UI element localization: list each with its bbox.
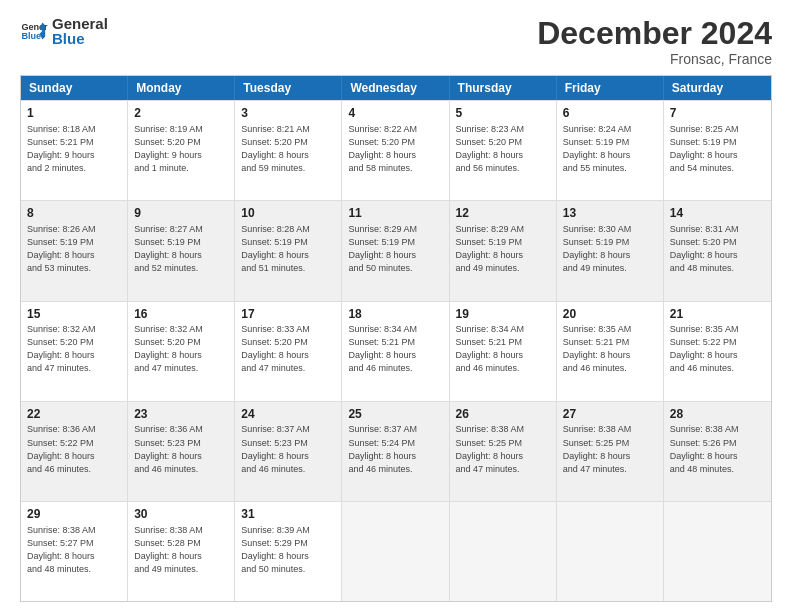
day-info: Sunrise: 8:38 AM Sunset: 5:27 PM Dayligh… (27, 524, 121, 576)
svg-text:Blue: Blue (21, 31, 41, 41)
calendar-cell: 14Sunrise: 8:31 AM Sunset: 5:20 PM Dayli… (664, 201, 771, 300)
day-number: 20 (563, 306, 657, 323)
calendar-cell: 30Sunrise: 8:38 AM Sunset: 5:28 PM Dayli… (128, 502, 235, 601)
day-info: Sunrise: 8:35 AM Sunset: 5:22 PM Dayligh… (670, 323, 765, 375)
day-number: 7 (670, 105, 765, 122)
calendar-cell: 20Sunrise: 8:35 AM Sunset: 5:21 PM Dayli… (557, 302, 664, 401)
header: General Blue General Blue December 2024 … (20, 16, 772, 67)
day-number: 3 (241, 105, 335, 122)
calendar-cell: 22Sunrise: 8:36 AM Sunset: 5:22 PM Dayli… (21, 402, 128, 501)
calendar-body: 1Sunrise: 8:18 AM Sunset: 5:21 PM Daylig… (21, 100, 771, 601)
calendar-cell: 19Sunrise: 8:34 AM Sunset: 5:21 PM Dayli… (450, 302, 557, 401)
day-number: 24 (241, 406, 335, 423)
day-number: 30 (134, 506, 228, 523)
day-info: Sunrise: 8:26 AM Sunset: 5:19 PM Dayligh… (27, 223, 121, 275)
day-info: Sunrise: 8:34 AM Sunset: 5:21 PM Dayligh… (348, 323, 442, 375)
day-number: 8 (27, 205, 121, 222)
day-info: Sunrise: 8:34 AM Sunset: 5:21 PM Dayligh… (456, 323, 550, 375)
day-number: 18 (348, 306, 442, 323)
calendar-cell (557, 502, 664, 601)
day-info: Sunrise: 8:38 AM Sunset: 5:25 PM Dayligh… (563, 423, 657, 475)
title-block: December 2024 Fronsac, France (537, 16, 772, 67)
day-info: Sunrise: 8:24 AM Sunset: 5:19 PM Dayligh… (563, 123, 657, 175)
day-info: Sunrise: 8:27 AM Sunset: 5:19 PM Dayligh… (134, 223, 228, 275)
day-number: 4 (348, 105, 442, 122)
day-number: 29 (27, 506, 121, 523)
day-number: 13 (563, 205, 657, 222)
calendar-cell: 6Sunrise: 8:24 AM Sunset: 5:19 PM Daylig… (557, 101, 664, 200)
day-number: 5 (456, 105, 550, 122)
day-info: Sunrise: 8:22 AM Sunset: 5:20 PM Dayligh… (348, 123, 442, 175)
calendar-cell: 10Sunrise: 8:28 AM Sunset: 5:19 PM Dayli… (235, 201, 342, 300)
calendar-cell: 26Sunrise: 8:38 AM Sunset: 5:25 PM Dayli… (450, 402, 557, 501)
day-info: Sunrise: 8:30 AM Sunset: 5:19 PM Dayligh… (563, 223, 657, 275)
calendar-cell: 18Sunrise: 8:34 AM Sunset: 5:21 PM Dayli… (342, 302, 449, 401)
header-day-thursday: Thursday (450, 76, 557, 100)
calendar-cell (664, 502, 771, 601)
calendar-cell: 7Sunrise: 8:25 AM Sunset: 5:19 PM Daylig… (664, 101, 771, 200)
calendar-cell: 23Sunrise: 8:36 AM Sunset: 5:23 PM Dayli… (128, 402, 235, 501)
day-info: Sunrise: 8:33 AM Sunset: 5:20 PM Dayligh… (241, 323, 335, 375)
calendar-row-3: 15Sunrise: 8:32 AM Sunset: 5:20 PM Dayli… (21, 301, 771, 401)
day-info: Sunrise: 8:37 AM Sunset: 5:23 PM Dayligh… (241, 423, 335, 475)
day-info: Sunrise: 8:19 AM Sunset: 5:20 PM Dayligh… (134, 123, 228, 175)
day-info: Sunrise: 8:29 AM Sunset: 5:19 PM Dayligh… (456, 223, 550, 275)
header-day-tuesday: Tuesday (235, 76, 342, 100)
calendar-cell: 25Sunrise: 8:37 AM Sunset: 5:24 PM Dayli… (342, 402, 449, 501)
calendar-cell: 4Sunrise: 8:22 AM Sunset: 5:20 PM Daylig… (342, 101, 449, 200)
day-number: 25 (348, 406, 442, 423)
day-info: Sunrise: 8:39 AM Sunset: 5:29 PM Dayligh… (241, 524, 335, 576)
day-number: 23 (134, 406, 228, 423)
calendar-cell: 8Sunrise: 8:26 AM Sunset: 5:19 PM Daylig… (21, 201, 128, 300)
calendar-cell: 15Sunrise: 8:32 AM Sunset: 5:20 PM Dayli… (21, 302, 128, 401)
calendar-cell: 3Sunrise: 8:21 AM Sunset: 5:20 PM Daylig… (235, 101, 342, 200)
calendar-cell: 21Sunrise: 8:35 AM Sunset: 5:22 PM Dayli… (664, 302, 771, 401)
day-info: Sunrise: 8:29 AM Sunset: 5:19 PM Dayligh… (348, 223, 442, 275)
calendar-cell: 1Sunrise: 8:18 AM Sunset: 5:21 PM Daylig… (21, 101, 128, 200)
day-info: Sunrise: 8:32 AM Sunset: 5:20 PM Dayligh… (134, 323, 228, 375)
header-day-wednesday: Wednesday (342, 76, 449, 100)
day-info: Sunrise: 8:38 AM Sunset: 5:25 PM Dayligh… (456, 423, 550, 475)
day-number: 9 (134, 205, 228, 222)
day-number: 17 (241, 306, 335, 323)
logo-wordmark: General Blue (52, 16, 108, 46)
day-info: Sunrise: 8:28 AM Sunset: 5:19 PM Dayligh… (241, 223, 335, 275)
day-number: 27 (563, 406, 657, 423)
day-number: 6 (563, 105, 657, 122)
page: General Blue General Blue December 2024 … (0, 0, 792, 612)
calendar-cell: 9Sunrise: 8:27 AM Sunset: 5:19 PM Daylig… (128, 201, 235, 300)
calendar-cell: 2Sunrise: 8:19 AM Sunset: 5:20 PM Daylig… (128, 101, 235, 200)
day-info: Sunrise: 8:25 AM Sunset: 5:19 PM Dayligh… (670, 123, 765, 175)
day-number: 10 (241, 205, 335, 222)
calendar-cell: 12Sunrise: 8:29 AM Sunset: 5:19 PM Dayli… (450, 201, 557, 300)
calendar-cell: 28Sunrise: 8:38 AM Sunset: 5:26 PM Dayli… (664, 402, 771, 501)
header-day-friday: Friday (557, 76, 664, 100)
day-number: 22 (27, 406, 121, 423)
subtitle: Fronsac, France (537, 51, 772, 67)
calendar-cell: 5Sunrise: 8:23 AM Sunset: 5:20 PM Daylig… (450, 101, 557, 200)
day-number: 1 (27, 105, 121, 122)
calendar-cell: 29Sunrise: 8:38 AM Sunset: 5:27 PM Dayli… (21, 502, 128, 601)
day-info: Sunrise: 8:38 AM Sunset: 5:26 PM Dayligh… (670, 423, 765, 475)
calendar-cell: 27Sunrise: 8:38 AM Sunset: 5:25 PM Dayli… (557, 402, 664, 501)
calendar-row-4: 22Sunrise: 8:36 AM Sunset: 5:22 PM Dayli… (21, 401, 771, 501)
header-day-sunday: Sunday (21, 76, 128, 100)
day-number: 26 (456, 406, 550, 423)
day-number: 19 (456, 306, 550, 323)
day-number: 14 (670, 205, 765, 222)
calendar-cell: 31Sunrise: 8:39 AM Sunset: 5:29 PM Dayli… (235, 502, 342, 601)
day-number: 31 (241, 506, 335, 523)
day-info: Sunrise: 8:21 AM Sunset: 5:20 PM Dayligh… (241, 123, 335, 175)
calendar-cell: 11Sunrise: 8:29 AM Sunset: 5:19 PM Dayli… (342, 201, 449, 300)
calendar-row-1: 1Sunrise: 8:18 AM Sunset: 5:21 PM Daylig… (21, 100, 771, 200)
day-info: Sunrise: 8:36 AM Sunset: 5:22 PM Dayligh… (27, 423, 121, 475)
header-day-monday: Monday (128, 76, 235, 100)
logo-icon: General Blue (20, 17, 48, 45)
day-number: 12 (456, 205, 550, 222)
day-info: Sunrise: 8:36 AM Sunset: 5:23 PM Dayligh… (134, 423, 228, 475)
day-number: 2 (134, 105, 228, 122)
day-info: Sunrise: 8:32 AM Sunset: 5:20 PM Dayligh… (27, 323, 121, 375)
day-number: 28 (670, 406, 765, 423)
day-info: Sunrise: 8:31 AM Sunset: 5:20 PM Dayligh… (670, 223, 765, 275)
calendar-cell: 13Sunrise: 8:30 AM Sunset: 5:19 PM Dayli… (557, 201, 664, 300)
